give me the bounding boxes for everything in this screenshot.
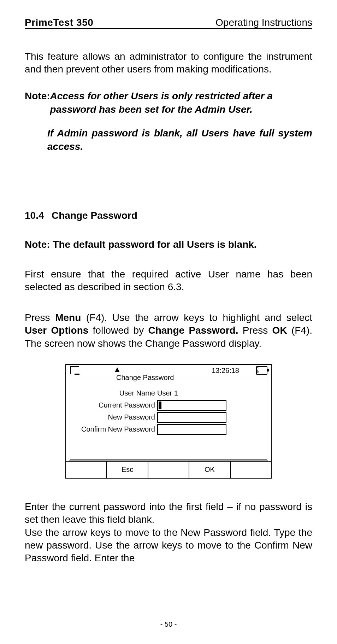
p2-h: OK xyxy=(272,325,287,336)
mains-icon xyxy=(70,366,79,375)
section-heading: 10.4Change Password xyxy=(25,210,312,221)
paragraph-1: First ensure that the required active Us… xyxy=(25,268,312,294)
p2-d: User Options xyxy=(25,325,88,336)
battery-icon xyxy=(256,366,267,375)
input-current-password[interactable] xyxy=(157,400,226,411)
section-title: Change Password xyxy=(52,210,137,221)
lcd-body: Change Password User Name User 1 Current… xyxy=(69,377,268,461)
note-block: Note: Access for other Users is only res… xyxy=(25,89,312,153)
lcd-screenshot: ▲ 13:26:18 Change Password User Name Use… xyxy=(65,364,272,479)
bold-note: Note: The default password for all Users… xyxy=(25,239,312,250)
softkey-esc[interactable]: Esc xyxy=(107,462,148,478)
up-icon: ▲ xyxy=(113,365,121,374)
page-number: - 50 - xyxy=(0,620,337,628)
p2-a: Press xyxy=(25,312,55,323)
header-title-left: PrimeTest 350 xyxy=(25,17,93,28)
lcd-title: Change Password xyxy=(116,374,175,382)
status-time: 13:26:18 xyxy=(212,367,239,375)
label-new-password: New Password xyxy=(70,413,157,421)
p2-e: followed by xyxy=(88,325,148,336)
p2-b: Menu xyxy=(55,312,81,323)
softkey-row: Esc OK xyxy=(66,461,271,478)
note-line2: If Admin password is blank, all Users ha… xyxy=(47,127,312,153)
softkey-f3[interactable] xyxy=(148,462,189,478)
p2-f: Change Password. xyxy=(148,325,238,336)
intro-text: This feature allows an administrator to … xyxy=(25,50,312,76)
section-number: 10.4 xyxy=(25,210,52,221)
header-title-right: Operating Instructions xyxy=(215,17,312,28)
row-new: New Password xyxy=(70,411,267,423)
label-username: User Name xyxy=(70,389,157,397)
row-username: User Name User 1 xyxy=(70,387,267,399)
value-username: User 1 xyxy=(157,389,178,397)
after-text: Enter the current password into the firs… xyxy=(25,500,312,565)
note-line1: Access for other Users is only restricte… xyxy=(50,89,312,116)
label-current-password: Current Password xyxy=(70,401,157,409)
softkey-f5[interactable] xyxy=(231,462,271,478)
page: PrimeTest 350 Operating Instructions Thi… xyxy=(0,0,337,565)
input-new-password[interactable] xyxy=(157,412,226,423)
label-confirm-password: Confirm New Password xyxy=(70,425,157,433)
note-label: Note: xyxy=(25,90,50,101)
row-confirm: Confirm New Password xyxy=(70,423,267,435)
p2-g: Press xyxy=(238,325,272,336)
paragraph-2: Press Menu (F4). Use the arrow keys to h… xyxy=(25,311,312,350)
softkey-ok[interactable]: OK xyxy=(189,462,230,478)
input-confirm-password[interactable] xyxy=(157,424,226,435)
row-current: Current Password xyxy=(70,399,267,411)
p2-c: (F4). Use the arrow keys to highlight an… xyxy=(81,312,312,323)
softkey-f1[interactable] xyxy=(66,462,107,478)
page-header: PrimeTest 350 Operating Instructions xyxy=(25,17,312,29)
